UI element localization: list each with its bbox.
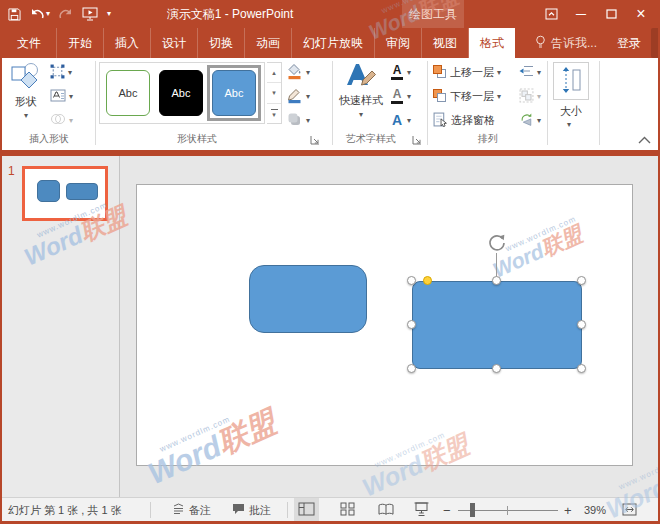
shape-outline-button[interactable]: ▾ xyxy=(286,85,310,107)
resize-handle-bottom-right[interactable] xyxy=(577,364,586,373)
chevron-down-icon[interactable]: ▾ xyxy=(46,10,50,18)
gallery-scroll-up-button[interactable]: ▴ xyxy=(267,63,281,83)
slideshow-view-button[interactable] xyxy=(410,498,433,522)
shape-fill-button[interactable]: ▾ xyxy=(286,61,310,83)
group-label-insert-shapes: 插入形状 xyxy=(4,132,94,146)
slide-page[interactable] xyxy=(136,184,633,466)
tab-review[interactable]: 审阅 xyxy=(375,28,422,58)
chevron-down-icon[interactable]: ▾ xyxy=(407,92,411,101)
quick-styles-button[interactable]: 快速样式 ▾ xyxy=(336,61,386,119)
bring-forward-button[interactable]: 上移一层 ▾ xyxy=(433,61,501,83)
edit-shape-button[interactable]: ▾ xyxy=(50,61,72,83)
gallery-scroll-down-button[interactable]: ▾ xyxy=(267,83,281,103)
undo-button[interactable]: ▾ xyxy=(30,8,50,20)
rounded-rectangle-left[interactable] xyxy=(249,265,367,333)
resize-handle-bottom-left[interactable] xyxy=(407,364,416,373)
comments-label: 批注 xyxy=(249,503,271,518)
send-backward-icon xyxy=(433,89,447,103)
shape-style-swatch-3-selected[interactable]: Abc xyxy=(212,70,256,116)
rounded-rectangle-right-selected[interactable] xyxy=(412,281,582,369)
resize-handle-middle-right[interactable] xyxy=(577,320,586,329)
tab-design[interactable]: 设计 xyxy=(151,28,198,58)
sign-in-button[interactable]: 登录 xyxy=(607,28,651,58)
shape-effects-button[interactable]: ▾ xyxy=(286,109,310,131)
collapse-ribbon-button[interactable] xyxy=(638,134,651,146)
notes-toggle-button[interactable]: 备注 xyxy=(168,498,215,522)
chevron-down-icon[interactable]: ▾ xyxy=(306,116,310,125)
chevron-down-icon[interactable]: ▾ xyxy=(407,116,411,125)
zoom-out-button[interactable]: − xyxy=(443,498,451,522)
shape-styles-dialog-launcher[interactable] xyxy=(310,135,322,147)
zoom-level[interactable]: 39% xyxy=(584,498,606,522)
chevron-down-icon[interactable]: ▾ xyxy=(306,68,310,77)
wordart-dialog-launcher[interactable] xyxy=(412,135,424,147)
shapes-gallery-button[interactable]: 形状 ▾ xyxy=(6,62,46,120)
text-outline-button[interactable]: A ▾ xyxy=(390,85,411,107)
tab-insert[interactable]: 插入 xyxy=(104,28,151,58)
gallery-more-button[interactable]: ▾ xyxy=(267,104,281,123)
group-separator xyxy=(95,61,96,145)
slide-sorter-view-button[interactable] xyxy=(336,498,359,522)
save-icon[interactable] xyxy=(8,8,21,21)
resize-handle-top-right[interactable] xyxy=(577,276,586,285)
resize-handle-top-left[interactable] xyxy=(407,276,416,285)
normal-view-button[interactable] xyxy=(294,498,319,522)
chevron-down-icon[interactable]: ▾ xyxy=(537,68,541,77)
align-icon xyxy=(519,64,534,80)
chevron-down-icon[interactable]: ▾ xyxy=(537,116,541,125)
resize-handle-middle-left[interactable] xyxy=(407,320,416,329)
tab-format[interactable]: 格式 xyxy=(469,28,515,58)
send-backward-button[interactable]: 下移一层 ▾ xyxy=(433,85,501,107)
chevron-down-icon[interactable]: ▾ xyxy=(497,68,501,77)
tab-file[interactable]: 文件 xyxy=(2,28,57,58)
fit-to-window-button[interactable] xyxy=(618,498,641,522)
start-slideshow-button[interactable] xyxy=(82,7,98,21)
group-label-wordart: 艺术字样式 xyxy=(332,132,410,146)
chevron-down-icon[interactable]: ▾ xyxy=(69,92,73,101)
reading-view-button[interactable] xyxy=(374,498,398,522)
rotation-handle[interactable] xyxy=(486,232,508,258)
chevron-down-icon[interactable]: ▾ xyxy=(407,68,411,77)
redo-button xyxy=(59,8,73,20)
zoom-in-button[interactable]: + xyxy=(564,498,572,522)
shape-style-swatch-1[interactable]: Abc xyxy=(106,70,150,116)
selection-pane-button[interactable]: 选择窗格 xyxy=(433,109,495,131)
slide-counter[interactable]: 幻灯片 第 1 张 , 共 1 张 xyxy=(8,498,122,522)
group-separator xyxy=(599,61,600,145)
rotate-button[interactable]: ▾ xyxy=(519,109,541,131)
ribbon-display-options-button[interactable] xyxy=(536,0,566,28)
adjust-handle-yellow[interactable] xyxy=(423,276,432,285)
text-fill-button[interactable]: A ▾ xyxy=(390,61,411,83)
shape-style-swatch-2[interactable]: Abc xyxy=(159,70,203,116)
slide-number: 1 xyxy=(8,164,15,178)
chevron-down-icon[interactable]: ▾ xyxy=(107,10,111,18)
powerpoint-window: 演示文稿1 - PowerPoint ▾ ▾ 绘图工具 ─ × 文件 开始 插入… xyxy=(0,0,660,524)
gallery-scroll-column: ▴ ▾ ▾ xyxy=(267,62,282,124)
chevron-down-icon[interactable]: ▾ xyxy=(68,68,72,77)
text-effects-button[interactable]: A ▾ xyxy=(390,109,411,131)
chevron-down-icon[interactable]: ▾ xyxy=(306,92,310,101)
slide-thumbnail[interactable] xyxy=(22,166,108,221)
quick-styles-label: 快速样式 xyxy=(339,93,383,108)
customize-qat-button[interactable]: ▾ xyxy=(107,10,111,18)
comments-toggle-button[interactable]: 批注 xyxy=(228,498,275,522)
tab-animations[interactable]: 动画 xyxy=(245,28,292,58)
chevron-down-icon: ▾ xyxy=(359,110,363,119)
close-button[interactable]: × xyxy=(626,0,656,28)
chevron-down-icon[interactable]: ▾ xyxy=(497,92,501,101)
resize-handle-bottom-center[interactable] xyxy=(492,364,501,373)
tab-view[interactable]: 视图 xyxy=(422,28,469,58)
text-box-button[interactable]: ▾ xyxy=(50,85,73,107)
minimize-button[interactable]: ─ xyxy=(566,0,596,28)
zoom-slider-thumb[interactable] xyxy=(470,503,475,517)
tab-transitions[interactable]: 切换 xyxy=(198,28,245,58)
selection-pane-label: 选择窗格 xyxy=(451,113,495,128)
align-button[interactable]: ▾ xyxy=(519,61,541,83)
tell-me-box[interactable]: 告诉我... xyxy=(525,28,607,58)
maximize-button[interactable] xyxy=(596,0,626,28)
tab-home[interactable]: 开始 xyxy=(57,28,104,58)
tab-slideshow[interactable]: 幻灯片放映 xyxy=(292,28,375,58)
size-button[interactable] xyxy=(553,62,589,100)
chevron-down-icon[interactable]: ▾ xyxy=(567,120,571,129)
resize-handle-top-center[interactable] xyxy=(492,276,501,285)
